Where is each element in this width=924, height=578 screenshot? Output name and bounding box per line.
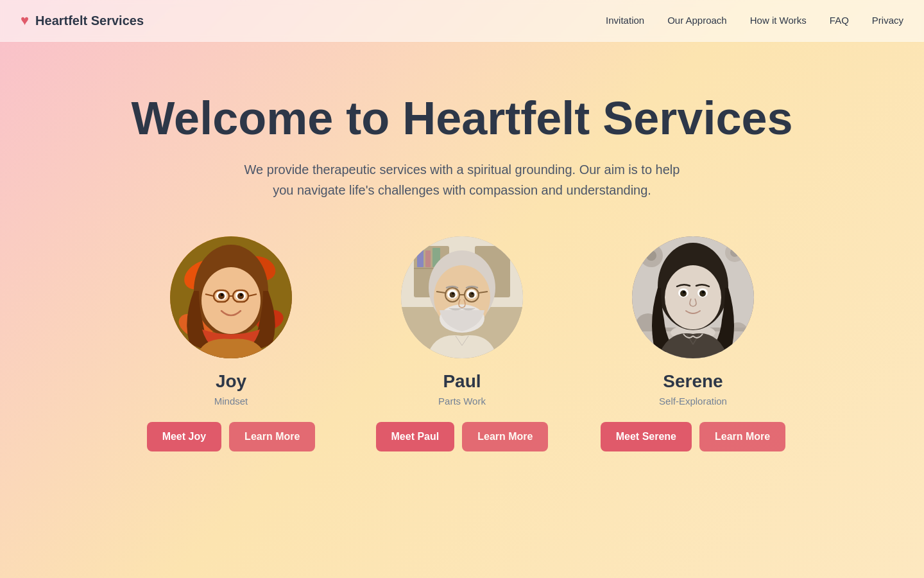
svg-point-57 xyxy=(683,291,685,293)
brand-name: Heartfelt Services xyxy=(35,13,144,28)
card-paul-buttons: Meet Paul Learn More xyxy=(376,422,549,451)
nav-privacy[interactable]: Privacy xyxy=(872,15,903,26)
svg-rect-24 xyxy=(417,249,424,267)
learn-more-joy-button[interactable]: Learn More xyxy=(229,422,315,451)
card-paul: Paul Parts Work Meet Paul Learn More xyxy=(366,236,558,451)
svg-point-58 xyxy=(702,291,705,293)
svg-point-6 xyxy=(201,267,261,334)
nav-links: Invitation Our Approach How it Works FAQ… xyxy=(606,15,903,26)
svg-point-11 xyxy=(221,293,223,296)
navbar: ♥ Heartfelt Services Invitation Our Appr… xyxy=(0,0,924,42)
card-joy-specialty: Mindset xyxy=(214,396,248,407)
logo[interactable]: ♥ Heartfelt Services xyxy=(21,12,144,29)
learn-more-paul-button[interactable]: Learn More xyxy=(462,422,548,451)
card-serene: Serene Self-Exploration Meet Serene Lear… xyxy=(597,236,789,451)
card-paul-specialty: Parts Work xyxy=(438,396,486,407)
svg-point-35 xyxy=(472,293,474,295)
avatar-joy xyxy=(170,236,292,358)
therapist-cards: Joy Mindset Meet Joy Learn More xyxy=(135,236,789,451)
card-joy-buttons: Meet Joy Learn More xyxy=(147,422,316,451)
meet-serene-button[interactable]: Meet Serene xyxy=(601,422,692,451)
avatar-serene xyxy=(632,236,754,358)
heart-icon: ♥ xyxy=(21,12,29,29)
meet-joy-button[interactable]: Meet Joy xyxy=(147,422,221,451)
avatar-paul xyxy=(401,236,523,358)
nav-faq[interactable]: FAQ xyxy=(830,15,849,26)
nav-invitation[interactable]: Invitation xyxy=(606,15,644,26)
card-joy-name: Joy xyxy=(216,371,246,392)
learn-more-serene-button[interactable]: Learn More xyxy=(699,422,785,451)
svg-point-47 xyxy=(730,248,739,257)
card-serene-specialty: Self-Exploration xyxy=(659,396,727,407)
nav-how-it-works[interactable]: How it Works xyxy=(750,15,807,26)
hero-title: Welcome to Heartfelt Services xyxy=(131,93,792,144)
nav-our-approach[interactable]: Our Approach xyxy=(667,15,727,26)
svg-rect-25 xyxy=(425,250,431,267)
hero-subtitle: We provide therapeutic services with a s… xyxy=(237,159,687,200)
meet-paul-button[interactable]: Meet Paul xyxy=(376,422,455,451)
svg-point-46 xyxy=(646,250,656,261)
card-serene-name: Serene xyxy=(663,371,723,392)
svg-point-12 xyxy=(240,293,243,296)
svg-point-33 xyxy=(469,292,475,298)
hero-section: Welcome to Heartfelt Services We provide… xyxy=(0,42,924,451)
card-joy: Joy Mindset Meet Joy Learn More xyxy=(135,236,327,451)
card-paul-name: Paul xyxy=(443,371,481,392)
card-serene-buttons: Meet Serene Learn More xyxy=(601,422,786,451)
svg-point-32 xyxy=(450,292,456,298)
svg-point-52 xyxy=(665,265,721,329)
svg-point-34 xyxy=(452,293,454,295)
